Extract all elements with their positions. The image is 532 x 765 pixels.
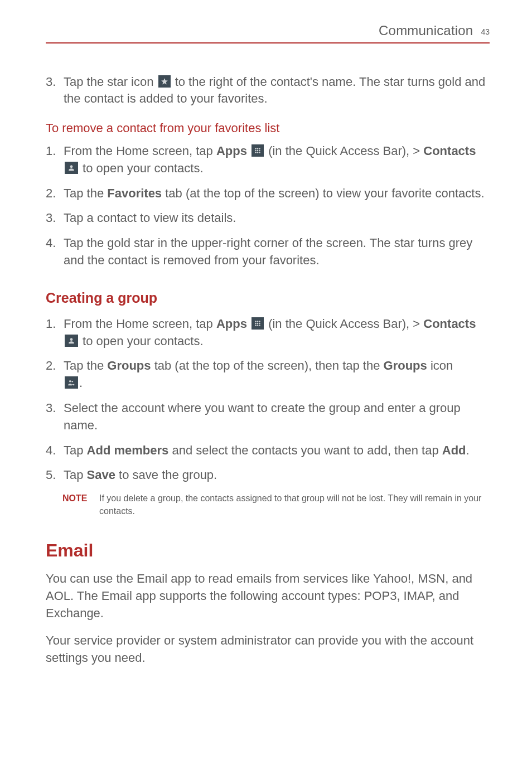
remove-step-3: 3. Tap a contact to view its details.	[46, 210, 490, 227]
svg-point-1	[257, 148, 259, 149]
svg-point-14	[259, 323, 260, 325]
svg-point-16	[257, 325, 259, 326]
step-text: From the Home screen, tap	[64, 317, 216, 331]
step-body: Select the account where you want to cre…	[64, 400, 490, 434]
step-number: 5.	[46, 467, 64, 484]
step-text: tab (at the top of the screen), then tap…	[151, 359, 384, 372]
remove-step-4: 4. Tap the gold star in the upper-right …	[46, 235, 490, 269]
favorites-add-step-3: 3. Tap the star icon to the right of the…	[46, 74, 490, 108]
svg-point-4	[257, 150, 259, 152]
page-content: 3. Tap the star icon to the right of the…	[46, 74, 490, 667]
groups-label: Groups	[384, 359, 427, 372]
step-text: tab (at the top of the screen) to view y…	[162, 186, 484, 200]
svg-point-17	[259, 325, 260, 326]
step-text: .	[79, 376, 83, 390]
email-paragraph-1: You can use the Email app to read emails…	[46, 570, 490, 622]
step-text: (in the Quick Access Bar), >	[265, 317, 423, 331]
apps-icon	[252, 317, 264, 330]
svg-point-7	[257, 152, 259, 153]
apps-icon	[252, 144, 264, 157]
star-icon	[158, 75, 171, 88]
save-label: Save	[87, 468, 115, 482]
group-step-1: 1. From the Home screen, tap Apps (in th…	[46, 316, 490, 350]
favorites-label: Favorites	[107, 186, 162, 200]
svg-point-19	[71, 381, 73, 382]
step-number: 1.	[46, 316, 64, 333]
group-step-5: 5. Tap Save to save the group.	[46, 467, 490, 484]
remove-step-1: 1. From the Home screen, tap Apps (in th…	[46, 143, 490, 177]
step-text: (in the Quick Access Bar), >	[265, 144, 423, 158]
step-text: to open your contacts.	[79, 161, 204, 175]
step-text: and select the contacts you want to add,…	[168, 443, 442, 457]
step-text: to save the group.	[115, 468, 217, 482]
contacts-icon	[65, 162, 78, 174]
step-text: Tap the	[64, 186, 107, 200]
svg-point-6	[255, 152, 257, 153]
group-step-2: 2. Tap the Groups tab (at the top of the…	[46, 357, 490, 392]
contacts-label: Contacts	[423, 144, 476, 158]
step-text: .	[466, 443, 470, 457]
heading-email: Email	[46, 538, 490, 563]
step-text: Tap the star icon	[64, 75, 157, 89]
header-page-number: 43	[481, 27, 490, 38]
groups-icon	[65, 376, 78, 389]
svg-point-15	[255, 325, 257, 326]
step-body: Tap the Groups tab (at the top of the sc…	[64, 357, 490, 392]
svg-point-18	[69, 380, 71, 382]
svg-point-9	[255, 321, 257, 322]
step-body: From the Home screen, tap Apps (in the Q…	[64, 143, 490, 177]
contacts-icon	[65, 335, 78, 347]
step-text: to open your contacts.	[79, 334, 204, 348]
step-number: 4.	[46, 442, 64, 459]
svg-point-11	[259, 321, 260, 322]
step-number: 3.	[46, 74, 64, 91]
heading-creating-group: Creating a group	[46, 288, 490, 308]
svg-point-12	[255, 323, 257, 325]
subheading-remove-favorite: To remove a contact from your favorites …	[46, 120, 490, 137]
svg-point-8	[259, 152, 260, 153]
step-number: 2.	[46, 357, 64, 375]
svg-point-3	[255, 150, 257, 152]
add-label: Add	[442, 443, 466, 457]
step-body: Tap the gold star in the upper-right cor…	[64, 235, 490, 269]
add-members-label: Add members	[87, 443, 169, 457]
remove-step-2: 2. Tap the Favorites tab (at the top of …	[46, 185, 490, 202]
step-number: 3.	[46, 210, 64, 227]
note-label: NOTE	[62, 492, 99, 505]
apps-label: Apps	[216, 317, 247, 331]
step-body: Tap the Favorites tab (at the top of the…	[64, 185, 490, 202]
step-text: Tap the	[64, 359, 107, 372]
svg-point-10	[257, 321, 259, 322]
group-step-4: 4. Tap Add members and select the contac…	[46, 442, 490, 459]
apps-label: Apps	[216, 144, 247, 158]
svg-point-0	[255, 148, 257, 149]
groups-label: Groups	[107, 359, 151, 372]
header-section-title: Communication	[379, 21, 473, 40]
step-text: Tap	[64, 443, 87, 457]
svg-point-5	[259, 150, 260, 152]
step-body: Tap a contact to view its details.	[64, 210, 490, 227]
step-text: Tap	[64, 468, 87, 482]
step-body: From the Home screen, tap Apps (in the Q…	[64, 316, 490, 350]
svg-point-13	[257, 323, 259, 325]
note-body: If you delete a group, the contacts assi…	[99, 492, 490, 517]
step-text: icon	[427, 359, 453, 372]
group-step-3: 3. Select the account where you want to …	[46, 400, 490, 434]
step-text: From the Home screen, tap	[64, 144, 216, 158]
step-number: 3.	[46, 400, 64, 417]
group-note: NOTE If you delete a group, the contacts…	[62, 492, 490, 517]
email-paragraph-2: Your service provider or system administ…	[46, 632, 490, 667]
step-number: 2.	[46, 185, 64, 202]
contacts-label: Contacts	[423, 317, 476, 331]
step-number: 1.	[46, 143, 64, 160]
svg-point-2	[259, 148, 260, 149]
step-body: Tap Add members and select the contacts …	[64, 442, 490, 459]
page-header: Communication 43	[46, 21, 490, 43]
step-body: Tap Save to save the group.	[64, 467, 490, 484]
step-body: Tap the star icon to the right of the co…	[64, 74, 490, 108]
step-number: 4.	[46, 235, 64, 252]
